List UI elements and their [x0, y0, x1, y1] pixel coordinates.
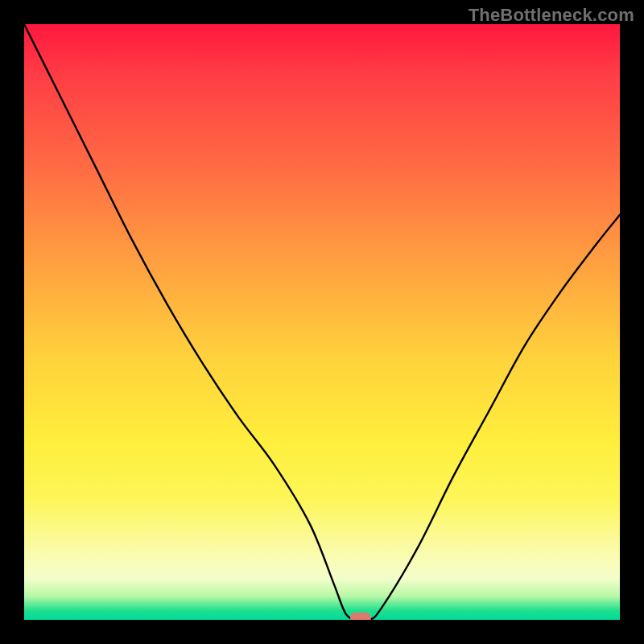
bottleneck-curve	[24, 24, 620, 620]
chart-frame: TheBottleneck.com	[0, 0, 644, 644]
bottleneck-curve-path	[24, 24, 620, 620]
optimal-marker	[350, 613, 371, 620]
watermark-text: TheBottleneck.com	[469, 5, 634, 26]
plot-area	[24, 24, 620, 620]
